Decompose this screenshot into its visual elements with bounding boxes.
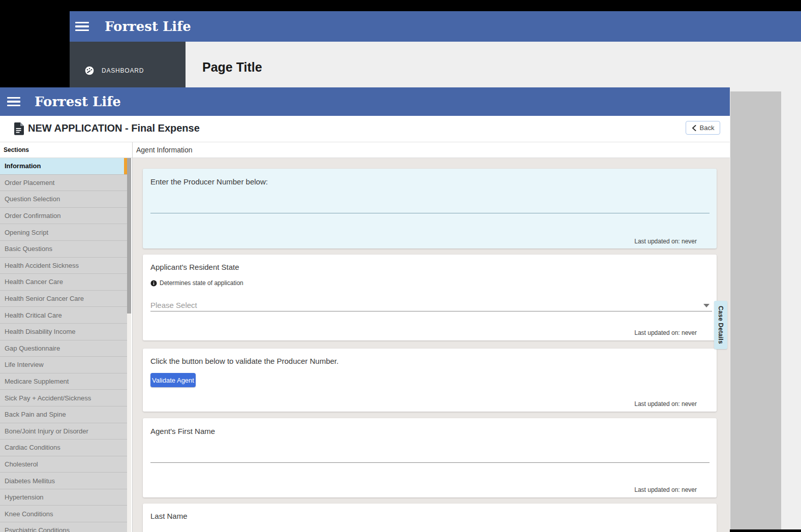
producer-number-card: Enter the Producer Number below: Last up…: [143, 169, 717, 248]
resident-state-question: Applicant's Resident State: [150, 263, 239, 271]
validate-agent-card: Click the button below to validate the P…: [143, 349, 717, 412]
page-title: Page Title: [202, 60, 262, 75]
producer-number-input[interactable]: [150, 199, 710, 213]
sections-panel-title: Sections: [0, 142, 132, 158]
section-item-health-critical-care[interactable]: Health Critical Care: [0, 307, 127, 324]
sections-list: InformationOrder PlacementQuestion Selec…: [0, 158, 127, 532]
sections-scrollbar-thumb[interactable]: [127, 158, 131, 314]
sections-panel: Sections InformationOrder PlacementQuest…: [0, 142, 133, 532]
validate-question: Click the button below to validate the P…: [150, 357, 338, 365]
menu-icon[interactable]: [7, 97, 20, 106]
section-item-diabetes-mellitus[interactable]: Diabetes Mellitus: [0, 473, 127, 489]
section-item-order-confirmation[interactable]: Order Confirmation: [0, 208, 127, 225]
resident-state-hint: Determines state of application: [160, 279, 243, 287]
section-item-knee-conditions[interactable]: Knee Conditions: [0, 506, 127, 522]
section-item-psychiatric-conditions[interactable]: Psychiatric Conditions: [0, 522, 127, 532]
back-button-label: Back: [700, 124, 715, 132]
resident-state-card: Applicant's Resident State Determines st…: [143, 255, 717, 340]
section-item-question-selection[interactable]: Question Selection: [0, 191, 127, 208]
section-item-health-senior-cancer-care[interactable]: Health Senior Cancer Care: [0, 291, 127, 307]
screen: Forrest Life DASHBOARD Page Title Forres…: [0, 0, 801, 532]
dropdown-caret-icon[interactable]: [703, 304, 710, 307]
resident-state-hint-row: Determines state of application: [150, 279, 243, 287]
chevron-left-icon: [692, 125, 696, 131]
base-app-header: Forrest Life: [70, 11, 801, 42]
first-name-question: Agent's First Name: [150, 427, 215, 435]
section-item-gap-questionnaire[interactable]: Gap Questionnaire: [0, 340, 127, 357]
validate-agent-button[interactable]: Validate Agent: [150, 373, 196, 387]
section-item-health-disability-income[interactable]: Health Disability Income: [0, 324, 127, 340]
overlay-app-header: Forrest Life: [0, 87, 730, 116]
base-app-title: Forrest Life: [105, 19, 191, 34]
section-item-life-interview[interactable]: Life Interview: [0, 357, 127, 373]
producer-number-question: Enter the Producer Number below:: [150, 177, 268, 186]
menu-icon[interactable]: [75, 22, 89, 32]
section-item-health-accident-sickness[interactable]: Health Accident Sickness: [0, 258, 127, 274]
sections-scrollbar-track[interactable]: [127, 158, 131, 532]
section-item-back-pain-and-spine[interactable]: Back Pain and Spine: [0, 406, 127, 423]
agent-information-panel: Agent Information Enter the Producer Num…: [133, 142, 730, 532]
last-updated-text: Last updated on: never: [634, 329, 697, 336]
document-icon: [14, 122, 24, 135]
new-application-overlay: Forrest Life NEW APPLICATION - Final Exp…: [0, 87, 730, 532]
back-button[interactable]: Back: [686, 121, 720, 135]
resident-state-select[interactable]: Please Select: [150, 301, 712, 311]
section-item-sick-pay-accident-sickness[interactable]: Sick Pay + Accident/Sickness: [0, 390, 127, 406]
overlay-title-row: NEW APPLICATION - Final Expense Back: [0, 116, 730, 142]
section-item-cardiac-conditions[interactable]: Cardiac Conditions: [0, 440, 127, 456]
case-details-tab-label: Case Details: [717, 306, 724, 344]
base-scroll-region[interactable]: [730, 91, 781, 529]
gauge-icon: [84, 66, 95, 76]
last-updated-text: Last updated on: never: [634, 486, 697, 493]
content-panel-title: Agent Information: [133, 142, 730, 158]
section-item-health-cancer-care[interactable]: Health Cancer Care: [0, 274, 127, 291]
last-updated-text: Last updated on: never: [634, 238, 697, 245]
sidebar-item-dashboard[interactable]: DASHBOARD: [70, 60, 186, 81]
section-item-bone-joint-injury-or-disorder[interactable]: Bone/Joint Injury or Disorder: [0, 423, 127, 440]
section-item-basic-questions[interactable]: Basic Questions: [0, 241, 127, 258]
first-name-input[interactable]: [150, 449, 710, 463]
application-title: NEW APPLICATION - Final Expense: [28, 122, 200, 134]
info-icon: [150, 280, 157, 287]
section-item-hypertension[interactable]: Hypertension: [0, 489, 127, 506]
section-item-order-placement[interactable]: Order Placement: [0, 175, 127, 192]
last-name-card: Last Name: [143, 504, 717, 532]
section-item-opening-script[interactable]: Opening Script: [0, 224, 127, 241]
section-item-information[interactable]: Information: [0, 158, 127, 175]
first-name-card: Agent's First Name Last updated on: neve…: [143, 418, 717, 497]
last-updated-text: Last updated on: never: [634, 400, 697, 408]
last-name-question: Last Name: [150, 512, 188, 520]
case-details-tab[interactable]: Case Details: [714, 301, 727, 349]
sidebar-item-label: DASHBOARD: [102, 67, 144, 74]
overlay-app-title: Forrest Life: [35, 94, 121, 109]
section-item-medicare-supplement[interactable]: Medicare Supplement: [0, 373, 127, 390]
section-item-cholesterol[interactable]: Cholesterol: [0, 456, 127, 473]
base-sidebar: DASHBOARD: [70, 42, 186, 87]
